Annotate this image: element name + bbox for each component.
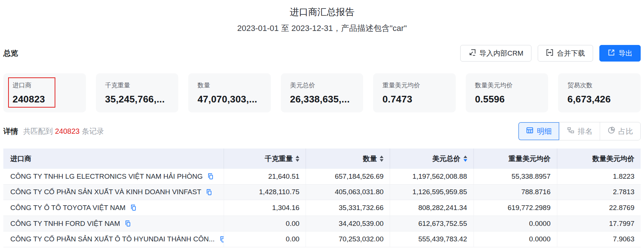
summary-cards: 进口商 240823 千克重量 35,245,766,... 数量 47,070… bbox=[0, 73, 644, 112]
tab-ranking-label: 排名 bbox=[578, 126, 593, 136]
quantity-cell: 657,184,526.69 bbox=[306, 169, 390, 184]
copy-icon[interactable] bbox=[219, 236, 224, 243]
table-row[interactable]: CÔNG TY CỔ PHẦN SẢN XUẤT Ô TÔ HYUNDAI TH… bbox=[3, 231, 641, 247]
importer-name-cell: CÔNG TY TNHH LG ELECTRONICS VIỆT NAM HẢI… bbox=[3, 169, 224, 184]
usd-per-kg-cell: 55,338.8957 bbox=[474, 169, 557, 184]
kg-weight-cell: 0.00 bbox=[224, 231, 306, 247]
card-label: 数量 bbox=[197, 81, 262, 90]
card-value: 0.5596 bbox=[475, 94, 539, 105]
importer-name[interactable]: CÔNG TY Ô TÔ TOYOTA VIỆT NAM bbox=[10, 204, 125, 212]
usd-per-kg-cell: 619,772.2989 bbox=[474, 200, 557, 216]
table-row[interactable]: CÔNG TY Ô TÔ TOYOTA VIỆT NAM 1,304.16 35… bbox=[3, 200, 641, 216]
detail-bar: 详情 共匹配到240823条记录 明细 排名 占比 bbox=[0, 122, 644, 140]
card-value: 35,245,766,... bbox=[105, 94, 169, 105]
column-header-usd-per-qty: 数量美元均价 bbox=[557, 149, 641, 169]
copy-icon[interactable] bbox=[130, 204, 137, 211]
importer-summary-report-page: 进口商汇总报告 2023-01-01 至 2023-12-31，产品描述包含"c… bbox=[0, 0, 644, 248]
usd-per-qty-cell: 22.8769 bbox=[557, 200, 641, 216]
table-header-row: 进口商 千克重量 数量 美元总价 重量美元均价 数量美元均价 bbox=[3, 149, 641, 169]
sort-icon[interactable] bbox=[380, 156, 383, 162]
tab-detail-label: 明细 bbox=[537, 126, 552, 136]
rank-icon bbox=[567, 126, 575, 136]
card-value: 47,070,303,... bbox=[197, 94, 262, 105]
usd-total-cell: 612,673,752.55 bbox=[390, 216, 473, 231]
export-label: 导出 bbox=[619, 49, 633, 58]
sort-icon[interactable] bbox=[296, 156, 299, 162]
quantity-cell: 405,063,031.80 bbox=[306, 185, 390, 200]
import-crm-label: 导入内部CRM bbox=[479, 49, 523, 58]
usd-per-qty-cell: 7.9063 bbox=[557, 231, 641, 247]
summary-card: 重量美元均价 0.7473 bbox=[373, 73, 456, 112]
table-row[interactable]: CÔNG TY TNHH FORD VIỆT NAM 0.00 34,420,5… bbox=[3, 216, 641, 232]
tab-detail[interactable]: 明细 bbox=[519, 122, 559, 140]
summary-card: 贸易次数 6,673,426 bbox=[558, 73, 641, 112]
usd-per-qty-cell: 17.7997 bbox=[557, 216, 641, 231]
quantity-cell: 70,253,032.00 bbox=[306, 231, 390, 247]
usd-per-qty-cell: 2.7813 bbox=[557, 185, 641, 200]
match-count: 240823 bbox=[55, 127, 80, 135]
importer-name[interactable]: CÔNG TY TNHH LG ELECTRONICS VIỆT NAM HẢI… bbox=[10, 172, 203, 181]
card-label: 美元总价 bbox=[290, 81, 354, 90]
card-value: 240823 bbox=[13, 94, 77, 105]
detail-heading: 详情 bbox=[3, 126, 18, 136]
summary-card: 千克重量 35,245,766,... bbox=[96, 73, 179, 112]
table-body: CÔNG TY TNHH LG ELECTRONICS VIỆT NAM HẢI… bbox=[3, 169, 641, 247]
card-label: 千克重量 bbox=[105, 81, 169, 90]
kg-weight-cell: 21,640.51 bbox=[224, 169, 306, 184]
tab-proportion-label: 占比 bbox=[619, 126, 633, 136]
importer-name[interactable]: CÔNG TY CỔ PHẦN SẢN XUẤT VÀ KINH DOANH V… bbox=[10, 188, 201, 196]
overview-actions: 导入内部CRM 合并下载 导出 bbox=[460, 45, 641, 62]
usd-per-kg-cell: 0.0000 bbox=[474, 231, 557, 247]
card-label: 贸易次数 bbox=[567, 81, 631, 90]
kg-weight-cell: 1,428,110.75 bbox=[224, 185, 306, 200]
match-summary: 共匹配到240823条记录 bbox=[23, 126, 104, 136]
table-icon bbox=[526, 126, 534, 136]
column-header-usd-total[interactable]: 美元总价 bbox=[390, 149, 473, 169]
column-header-usd-per-kg: 重量美元均价 bbox=[474, 149, 557, 169]
copy-icon[interactable] bbox=[124, 220, 131, 227]
importer-name[interactable]: CÔNG TY TNHH FORD VIỆT NAM bbox=[10, 220, 120, 228]
table-row[interactable]: CÔNG TY TNHH LG ELECTRONICS VIỆT NAM HẢI… bbox=[3, 169, 641, 185]
usd-per-kg-cell: 0.0000 bbox=[474, 216, 557, 231]
column-header-quantity[interactable]: 数量 bbox=[306, 149, 390, 169]
card-value: 0.7473 bbox=[382, 94, 447, 105]
card-value: 26,338,635,... bbox=[290, 94, 354, 105]
usd-total-cell: 1,197,562,008.88 bbox=[390, 169, 473, 184]
merge-download-button[interactable]: 合并下载 bbox=[538, 45, 593, 62]
summary-card: 数量 47,070,303,... bbox=[188, 73, 271, 112]
import-crm-button[interactable]: 导入内部CRM bbox=[460, 45, 531, 62]
detail-left: 详情 共匹配到240823条记录 bbox=[3, 126, 104, 136]
kg-weight-cell: 1,304.16 bbox=[224, 200, 306, 216]
sort-icon-active-desc[interactable] bbox=[464, 156, 467, 162]
importer-name-cell: CÔNG TY Ô TÔ TOYOTA VIỆT NAM bbox=[3, 200, 224, 216]
usd-per-kg-cell: 788.8716 bbox=[474, 185, 557, 200]
report-subtitle: 2023-01-01 至 2023-12-31，产品描述包含"car" bbox=[0, 23, 644, 34]
usd-per-qty-cell: 1.8223 bbox=[557, 169, 641, 184]
importer-name[interactable]: CÔNG TY CỔ PHẦN SẢN XUẤT Ô TÔ HYUNDAI TH… bbox=[10, 235, 215, 243]
usd-total-cell: 1,126,595,959.85 bbox=[390, 185, 473, 200]
tab-proportion[interactable]: 占比 bbox=[600, 122, 640, 140]
merge-download-label: 合并下载 bbox=[557, 49, 585, 58]
card-label: 进口商 bbox=[13, 81, 77, 90]
match-suffix: 条记录 bbox=[82, 127, 104, 135]
merge-icon bbox=[546, 49, 554, 58]
view-tabs: 明细 排名 占比 bbox=[518, 122, 641, 140]
kg-weight-cell: 0.00 bbox=[224, 216, 306, 231]
pie-icon bbox=[607, 126, 615, 136]
match-prefix: 共匹配到 bbox=[23, 127, 53, 135]
summary-card: 数量美元均价 0.5596 bbox=[466, 73, 548, 112]
export-button[interactable]: 导出 bbox=[599, 45, 641, 62]
copy-icon[interactable] bbox=[206, 189, 213, 196]
summary-card: 进口商 240823 bbox=[3, 73, 86, 112]
export-icon bbox=[607, 49, 615, 58]
importer-name-cell: CÔNG TY CỔ PHẦN SẢN XUẤT Ô TÔ HYUNDAI TH… bbox=[3, 231, 224, 247]
column-header-kg-weight[interactable]: 千克重量 bbox=[224, 149, 306, 169]
tab-ranking[interactable]: 排名 bbox=[559, 122, 600, 140]
importers-table: 进口商 千克重量 数量 美元总价 重量美元均价 数量美元均价 bbox=[3, 149, 641, 247]
copy-icon[interactable] bbox=[207, 173, 214, 180]
quantity-cell: 35,331,732.66 bbox=[306, 200, 390, 216]
importer-name-cell: CÔNG TY TNHH FORD VIỆT NAM bbox=[3, 216, 224, 231]
summary-card: 美元总价 26,338,635,... bbox=[281, 73, 364, 112]
card-label: 重量美元均价 bbox=[382, 81, 447, 90]
table-row[interactable]: CÔNG TY CỔ PHẦN SẢN XUẤT VÀ KINH DOANH V… bbox=[3, 185, 641, 200]
